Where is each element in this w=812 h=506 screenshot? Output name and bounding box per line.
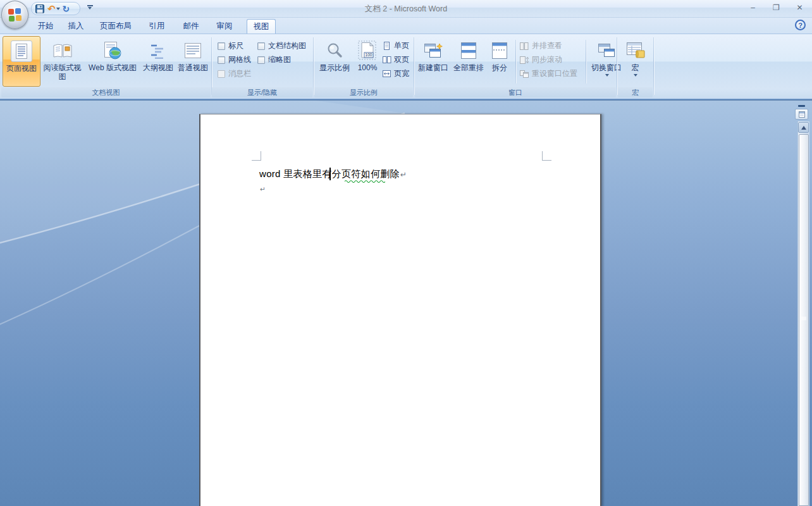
zoom-icon — [325, 39, 344, 63]
reset-window-position-button: 重设窗口位置 — [519, 68, 577, 79]
redo-icon: ↻ — [63, 4, 70, 14]
arrange-all-button[interactable]: 全部重排 — [452, 36, 486, 87]
two-pages-button[interactable]: 双页 — [382, 54, 409, 65]
group-show-hide: 标尺 网格线 消息栏 文档结构图 缩略图 显示/隐藏 — [212, 35, 312, 97]
draft-view-icon — [184, 39, 202, 63]
full-screen-reading-button[interactable]: 阅读版式视图 — [41, 36, 83, 87]
arrow-up-icon — [801, 123, 806, 130]
split-button[interactable]: 拆分 — [487, 36, 512, 87]
document-text-line[interactable]: word 里表格里有分页符如何删除↵ — [259, 168, 407, 180]
macros-button[interactable]: 宏 — [620, 36, 650, 87]
one-page-button[interactable]: 单页 — [382, 40, 409, 51]
web-layout-icon — [102, 39, 123, 63]
gridlines-label: 网格线 — [228, 54, 251, 65]
thumbnails-checkbox[interactable]: 缩略图 — [257, 54, 291, 65]
grammar-squiggle — [345, 180, 385, 183]
window-title: 文档 2 - Microsoft Word — [0, 0, 812, 18]
reset-window-position-icon — [519, 70, 529, 78]
sync-scrolling-button: 同步滚动 — [519, 54, 562, 65]
tab-home[interactable]: 开始 — [33, 19, 58, 34]
margin-mark — [542, 151, 543, 161]
ruler-checkbox[interactable]: 标尺 — [218, 40, 243, 51]
page-width-icon — [382, 69, 391, 78]
paragraph-mark: ↵ — [400, 170, 407, 179]
macros-label: 宏 — [632, 63, 639, 72]
redo-button[interactable]: ↻ — [62, 3, 71, 15]
reset-window-position-label: 重设窗口位置 — [532, 68, 577, 79]
tab-insert[interactable]: 插入 — [63, 19, 89, 34]
document-map-label: 文档结构图 — [268, 40, 306, 51]
view-side-by-side-button: 并排查看 — [519, 40, 562, 51]
draft-view-button[interactable]: 普通视图 — [176, 36, 210, 87]
group-label-window: 窗口 — [415, 87, 616, 97]
gridlines-checkbox[interactable]: 网格线 — [218, 54, 251, 65]
tab-view[interactable]: 视图 — [247, 19, 276, 34]
zoom-100-button[interactable]: 100 100% — [354, 36, 381, 87]
draft-view-label: 普通视图 — [178, 63, 208, 72]
office-button[interactable] — [1, 1, 28, 29]
tab-review[interactable]: 审阅 — [212, 19, 237, 34]
group-macros: 宏 宏 — [618, 35, 653, 97]
ruler-label: 标尺 — [228, 40, 243, 51]
full-screen-reading-icon — [52, 39, 73, 63]
zoom-100-icon: 100 — [358, 39, 377, 63]
chevron-down-icon — [605, 74, 609, 78]
help-button[interactable]: ? — [795, 20, 806, 30]
svg-text:100: 100 — [366, 52, 372, 57]
tab-page-layout[interactable]: 页面布局 — [95, 19, 137, 34]
view-side-by-side-label: 并排查看 — [532, 40, 562, 51]
print-layout-icon — [11, 40, 32, 62]
margin-mark — [252, 160, 261, 161]
chevron-down-icon — [634, 74, 637, 78]
web-layout-label: Web 版式视图 — [89, 63, 137, 72]
minimize-button[interactable]: – — [744, 2, 761, 13]
arrange-all-label: 全部重排 — [453, 63, 484, 72]
page-width-label: 页宽 — [394, 68, 409, 79]
one-page-label: 单页 — [394, 40, 409, 51]
print-layout-label: 页面视图 — [6, 64, 37, 73]
undo-dropdown-icon[interactable] — [56, 8, 60, 12]
one-page-icon — [382, 41, 391, 51]
group-zoom: 显示比例 100 100% 单页 — [314, 35, 413, 97]
group-window: 新建窗口 全部重排 — [415, 35, 616, 97]
ruler-toggle-button[interactable] — [795, 109, 808, 120]
group-label-show-hide: 显示/隐藏 — [212, 87, 312, 97]
checkbox-icon — [218, 42, 225, 50]
zoom-button[interactable]: 显示比例 — [316, 36, 353, 87]
document-map-checkbox[interactable]: 文档结构图 — [257, 40, 306, 51]
two-pages-icon — [382, 55, 391, 65]
text-cursor — [329, 168, 331, 180]
print-layout-button[interactable]: 页面视图 — [3, 36, 40, 87]
arrange-all-icon — [459, 39, 478, 63]
split-handle[interactable] — [798, 105, 805, 107]
ruler-toggle-icon — [798, 111, 806, 118]
outline-view-button[interactable]: 大纲视图 — [141, 36, 175, 87]
undo-button[interactable]: ↶ — [47, 3, 61, 15]
new-window-button[interactable]: 新建窗口 — [416, 36, 450, 87]
outline-view-icon — [149, 39, 167, 63]
thumbnails-label: 缩略图 — [268, 54, 291, 65]
full-screen-reading-label: 阅读版式视图 — [41, 63, 83, 81]
zoom-label: 显示比例 — [319, 63, 350, 72]
sync-scrolling-icon — [519, 56, 529, 65]
office-logo-icon — [8, 8, 22, 22]
paragraph-mark: ↵ — [260, 185, 266, 193]
group-document-views: 页面视图 阅读版式视图 — [1, 35, 211, 97]
restore-button[interactable]: ❐ — [768, 2, 785, 13]
web-layout-button[interactable]: Web 版式视图 — [85, 36, 140, 87]
scrollbar-thumb[interactable] — [799, 134, 809, 506]
checkbox-icon — [257, 56, 265, 64]
save-button[interactable] — [34, 3, 46, 15]
tab-references[interactable]: 引用 — [144, 19, 169, 34]
customize-qat-button[interactable] — [85, 4, 95, 14]
switch-windows-icon — [596, 39, 617, 63]
page-width-button[interactable]: 页宽 — [382, 68, 409, 79]
document-page[interactable]: word 里表格里有分页符如何删除↵ ↵ — [199, 114, 601, 506]
undo-icon: ↶ — [47, 4, 56, 14]
macros-icon — [625, 39, 646, 63]
new-window-label: 新建窗口 — [418, 63, 448, 72]
scroll-up-button[interactable] — [798, 122, 809, 133]
save-icon — [35, 4, 45, 14]
tab-mailings[interactable]: 邮件 — [178, 19, 204, 34]
close-button[interactable]: ✕ — [791, 2, 808, 13]
